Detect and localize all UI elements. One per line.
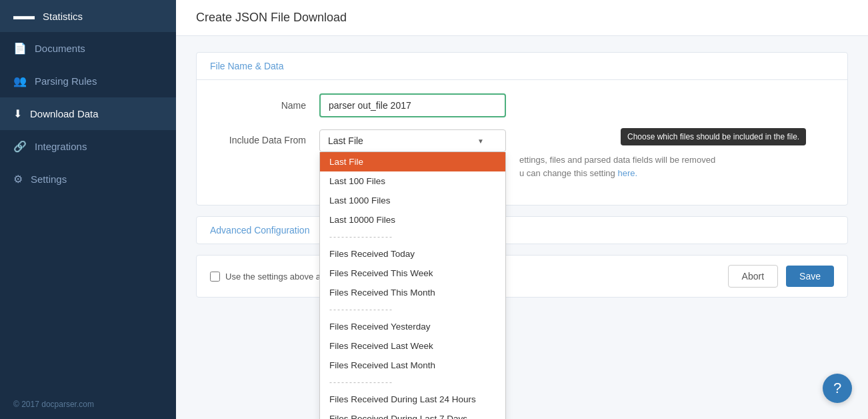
- dropdown-item-during-7d[interactable]: Files Received During Last 7 Days: [320, 409, 505, 419]
- dropdown-separator: ----------------: [320, 375, 505, 390]
- download-data-icon: ⬇: [13, 107, 22, 120]
- sidebar: ▬▬ Statistics 📄 Documents 👥 Parsing Rule…: [0, 0, 176, 419]
- dropdown-separator: ----------------: [320, 302, 505, 317]
- sidebar-item-documents[interactable]: 📄 Documents: [0, 32, 176, 65]
- abort-button[interactable]: Abort: [728, 265, 778, 288]
- name-input[interactable]: [319, 93, 506, 117]
- notice-link[interactable]: here.: [617, 168, 637, 178]
- sidebar-item-label: Parsing Rules: [35, 75, 97, 87]
- dropdown-item-last-file[interactable]: Last File: [320, 152, 505, 171]
- settings-icon: ⚙: [13, 173, 23, 185]
- documents-icon: 📄: [13, 42, 27, 55]
- save-button[interactable]: Save: [786, 266, 834, 287]
- include-data-label: Include Data From: [213, 135, 319, 145]
- sidebar-item-download-data[interactable]: ⬇ Download Data: [0, 97, 176, 130]
- inline-notice: ettings, files and parsed data fields wi…: [519, 153, 715, 179]
- help-button[interactable]: ?: [823, 374, 852, 403]
- tooltip-box: Choose which files should be included in…: [621, 128, 806, 145]
- notice-text2: u can change this setting: [519, 168, 617, 178]
- sidebar-item-statistics[interactable]: ▬▬ Statistics: [0, 0, 176, 32]
- file-name-section-title: File Name & Data: [197, 53, 847, 80]
- dropdown-item-last-100[interactable]: Last 100 Files: [320, 171, 505, 191]
- chevron-down-icon: ▼: [477, 137, 484, 145]
- dropdown-item-received-last-month[interactable]: Files Received Last Month: [320, 356, 505, 375]
- sidebar-item-integrations[interactable]: 🔗 Integrations: [0, 130, 176, 163]
- name-row: Name: [213, 93, 831, 117]
- file-name-card-body: Name Include Data From Last File ▼: [197, 80, 847, 205]
- statistics-icon: ▬▬: [13, 10, 35, 22]
- integrations-icon: 🔗: [13, 140, 27, 153]
- include-data-select-wrapper: Last File ▼ Last FileLast 100 FilesLast …: [319, 129, 506, 152]
- sidebar-item-settings[interactable]: ⚙ Settings: [0, 163, 176, 195]
- dropdown-item-during-24h[interactable]: Files Received During Last 24 Hours: [320, 390, 505, 409]
- dropdown-item-received-today[interactable]: Files Received Today: [320, 244, 505, 264]
- dropdown-item-received-this-month[interactable]: Files Received This Month: [320, 283, 505, 302]
- dropdown-item-received-this-week[interactable]: Files Received This Week: [320, 264, 505, 283]
- dropdown-item-last-1000[interactable]: Last 1000 Files: [320, 191, 505, 210]
- sidebar-item-label: Documents: [35, 43, 85, 54]
- advanced-config-card: Advanced Configuration: [196, 216, 848, 244]
- main-content-area: Create JSON File Download File Name & Da…: [176, 0, 868, 419]
- parsing-rules-icon: 👥: [13, 75, 27, 87]
- page-header: Create JSON File Download: [176, 0, 868, 36]
- main-body: File Name & Data Name Include Data From …: [176, 36, 868, 419]
- sidebar-item-label: Download Data: [30, 108, 99, 119]
- include-data-row: Include Data From Last File ▼ Last FileL…: [213, 129, 831, 179]
- include-data-select[interactable]: Last File ▼: [319, 129, 506, 152]
- dropdown-item-last-10000[interactable]: Last 10000 Files: [320, 210, 505, 230]
- advanced-config-title[interactable]: Advanced Configuration: [197, 217, 847, 244]
- select-value: Last File: [328, 135, 363, 146]
- file-name-data-card: File Name & Data Name Include Data From …: [196, 52, 848, 205]
- notice-text: ettings, files and parsed data fields wi…: [519, 155, 715, 165]
- name-label: Name: [213, 100, 319, 111]
- sidebar-item-parsing-rules[interactable]: 👥 Parsing Rules: [0, 65, 176, 97]
- default-settings-checkbox[interactable]: [210, 272, 220, 282]
- sidebar-item-label: Integrations: [35, 141, 87, 152]
- include-data-dropdown: Last FileLast 100 FilesLast 1000 FilesLa…: [319, 152, 506, 419]
- page-title: Create JSON File Download: [196, 11, 347, 24]
- sidebar-footer: © 2017 docparser.com: [0, 390, 176, 419]
- sidebar-item-label: Settings: [31, 173, 67, 185]
- bottom-action-bar: Use the settings above as the … is parse…: [196, 255, 848, 298]
- dropdown-separator: ----------------: [320, 230, 505, 244]
- sidebar-item-label: Statistics: [43, 11, 83, 22]
- dropdown-item-received-yesterday[interactable]: Files Received Yesterday: [320, 317, 505, 336]
- dropdown-item-received-last-week[interactable]: Files Received Last Week: [320, 336, 505, 356]
